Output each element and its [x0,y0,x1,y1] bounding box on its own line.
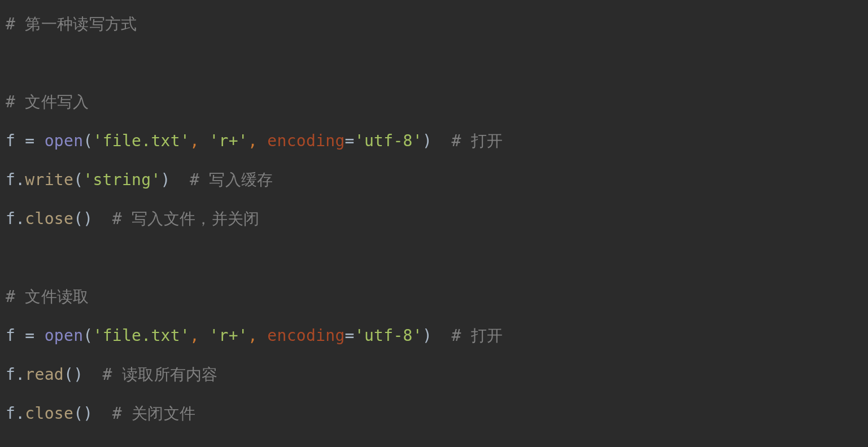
code-token: 'string' [83,170,160,189]
code-token: close [25,209,73,228]
code-token: f. [6,404,25,423]
code-token: () [64,365,83,384]
code-token: 'r+' [209,326,248,345]
code-token: = [345,132,355,150]
code-token: , [248,132,267,150]
code-token: = [15,326,44,345]
code-token: ( [73,170,83,189]
code-token: , [190,132,209,150]
code-editor[interactable]: # 第一种读写方式 # 文件写入 f = open('file.txt', 'r… [0,0,868,439]
code-token: ( [83,326,93,345]
code-token: = [345,326,355,345]
code-token: 'utf-8' [355,132,422,150]
code-token: # 写入缓存 [171,170,273,189]
code-token: ) [422,132,432,150]
code-line: f.write('string') # 写入缓存 [6,170,273,189]
code-token: f. [6,365,25,384]
code-line: f.close() # 写入文件，并关闭 [6,209,259,228]
code-token: 'file.txt' [93,132,190,150]
code-token: 'r+' [209,132,248,150]
code-token: 'file.txt' [93,326,190,345]
code-token: read [25,365,64,384]
code-token: ) [161,170,171,189]
code-line: # 文件读取 [6,287,89,306]
code-token: f. [6,170,25,189]
code-line: f.read() # 读取所有内容 [6,365,218,384]
code-line: f = open('file.txt', 'r+', encoding='utf… [6,132,503,150]
code-token: # 写入文件，并关闭 [93,209,259,228]
code-token: ( [83,132,93,150]
code-token: # 打开 [432,326,503,345]
code-line: f.close() # 关闭文件 [6,404,195,423]
code-line: f = open('file.txt', 'r+', encoding='utf… [6,326,503,345]
code-token: # 打开 [432,132,503,150]
code-token: open [45,132,84,150]
code-token: # 文件读取 [6,287,89,306]
code-token: write [25,170,73,189]
code-token: encoding [267,326,344,345]
code-token: encoding [267,132,344,150]
code-token: () [73,404,93,423]
code-token: f [6,132,15,150]
code-token: 'utf-8' [355,326,422,345]
code-token: () [73,209,93,228]
code-token: # 第一种读写方式 [6,15,137,33]
code-token: , [190,326,209,345]
code-token: close [25,404,73,423]
code-line: # 第一种读写方式 [6,15,137,33]
code-token: ) [422,326,432,345]
code-token: f. [6,209,25,228]
code-token: = [15,132,44,150]
code-line: # 文件写入 [6,93,89,111]
code-token: f [6,326,15,345]
code-token: # 文件写入 [6,93,89,111]
code-token: open [45,326,84,345]
code-token: # 读取所有内容 [83,365,217,384]
code-token: , [248,326,267,345]
code-token: # 关闭文件 [93,404,195,423]
